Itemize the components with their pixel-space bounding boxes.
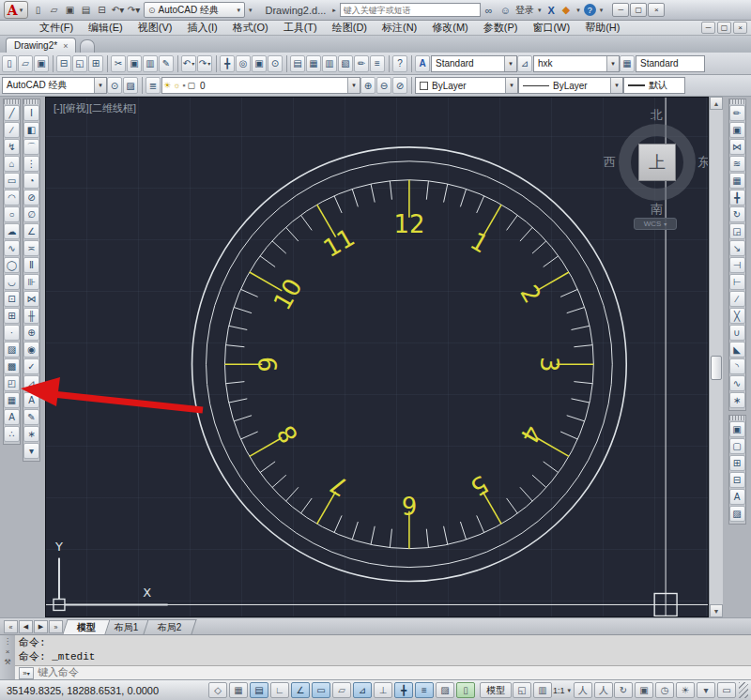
save-as-icon[interactable]: ▤: [78, 2, 94, 18]
dim-radius-icon[interactable]: ◔: [23, 173, 39, 189]
command-input[interactable]: [38, 667, 747, 678]
scroll-thumb[interactable]: [711, 356, 722, 380]
isolate-objects-icon[interactable]: ◷: [655, 682, 674, 698]
otrack-toggle[interactable]: ⊿: [353, 682, 372, 698]
break-icon[interactable]: ╳: [729, 308, 745, 324]
scroll-up-icon[interactable]: ▲: [710, 97, 723, 110]
lineweight-combo[interactable]: 默认: [623, 77, 685, 94]
text-style-icon[interactable]: A: [415, 55, 430, 72]
menu-item-8[interactable]: 修改(M): [424, 20, 476, 36]
save-icon[interactable]: ▣: [62, 2, 78, 18]
extend-icon[interactable]: ⊢: [729, 274, 745, 290]
doc-close-icon[interactable]: ×: [733, 22, 747, 34]
dim-style-combo[interactable]: hxk▾: [533, 55, 620, 72]
tray-menu-icon[interactable]: ▾: [697, 682, 715, 698]
paste-icon[interactable]: ▥: [143, 55, 158, 72]
plot-icon[interactable]: ⊟: [94, 2, 110, 18]
tab-prev-icon[interactable]: ◀: [19, 620, 33, 633]
text-style-combo[interactable]: Standard▾: [431, 55, 517, 72]
open-file-icon[interactable]: ▱: [46, 2, 62, 18]
workspace-save-icon[interactable]: ▨: [123, 77, 138, 94]
menu-item-11[interactable]: 帮助(H): [577, 20, 627, 36]
open-icon[interactable]: ▱: [18, 55, 33, 72]
dim-update-icon[interactable]: ∗: [23, 426, 39, 442]
layer-on-icon[interactable]: ☀: [163, 81, 171, 90]
dim-inspect-icon[interactable]: ✓: [23, 358, 39, 374]
spline-icon[interactable]: ∿: [4, 240, 20, 256]
annotation-scale-menu-icon[interactable]: ▾: [565, 687, 573, 694]
dyn-toggle[interactable]: ╋: [394, 682, 413, 698]
comm-menu-icon[interactable]: ▾: [575, 7, 582, 14]
cmd-close-icon[interactable]: ×: [6, 647, 10, 656]
save-icon[interactable]: ▣: [34, 55, 49, 72]
dim-style-icon[interactable]: ▾: [23, 443, 39, 459]
linetype-combo[interactable]: ByLayer▾: [518, 77, 623, 94]
polygon-icon[interactable]: ⌂: [4, 156, 20, 172]
command-suggest-icon[interactable]: »▾: [19, 667, 34, 679]
make-block-icon[interactable]: ⊞: [4, 308, 20, 324]
scale-icon[interactable]: ◲: [729, 223, 745, 239]
exchange-icon[interactable]: X: [544, 5, 557, 16]
layer-properties-icon[interactable]: ≣: [146, 77, 161, 94]
dim-edit-icon[interactable]: A: [23, 392, 39, 408]
explode-icon[interactable]: ∗: [729, 392, 745, 408]
restore-icon[interactable]: ▢: [630, 3, 647, 17]
command-window[interactable]: ⋮×⚒ 命令: 命令: _mtedit »▾: [0, 634, 751, 679]
lineweight-toggle[interactable]: ≡: [415, 682, 434, 698]
transparency-toggle[interactable]: ▨: [436, 682, 454, 698]
search-icon[interactable]: ∞: [483, 5, 496, 16]
tab-next-icon[interactable]: ▶: [34, 620, 48, 633]
insert-block-icon[interactable]: ⊡: [4, 291, 20, 307]
move-icon[interactable]: ╋: [729, 190, 745, 205]
layer-combo[interactable]: ☀☼▪▢ 0▾: [161, 77, 360, 94]
drawing-tab[interactable]: Drawing2* ×: [6, 38, 76, 53]
circle-icon[interactable]: ○: [4, 206, 20, 222]
quickcalc-icon[interactable]: ≡: [370, 55, 385, 72]
layer-previous-icon[interactable]: ⊖: [376, 77, 391, 94]
tab-first-icon[interactable]: «: [4, 620, 18, 633]
tolerance-icon[interactable]: ⊕: [23, 325, 39, 341]
qat-overflow-icon[interactable]: ▾: [247, 7, 254, 14]
drawing-canvas[interactable]: 121234567891011YX [-][俯视][二维线框] 北 西 东 南 …: [45, 97, 709, 617]
undo-icon[interactable]: ↶▾: [181, 55, 196, 72]
annotation-autoscale-icon[interactable]: 人: [594, 682, 613, 698]
gradient-icon[interactable]: ▩: [4, 358, 20, 374]
new-icon[interactable]: ▯: [2, 55, 17, 72]
menu-item-5[interactable]: 工具(T): [276, 20, 325, 36]
dim-style-icon[interactable]: ⊿: [517, 55, 532, 72]
viewcube-north-label[interactable]: 北: [651, 107, 663, 124]
new-file-icon[interactable]: ▯: [30, 2, 46, 18]
help-icon[interactable]: ?: [392, 55, 407, 72]
erase-icon[interactable]: ✏: [729, 105, 745, 121]
designcenter-icon[interactable]: ▦: [306, 55, 321, 72]
app-logo[interactable]: A▾: [4, 1, 28, 19]
chamfer-icon[interactable]: ◣: [729, 342, 745, 358]
dim-arc-length-icon[interactable]: ⌒: [23, 139, 39, 155]
new-tab-button[interactable]: [80, 39, 95, 53]
fillet-icon[interactable]: ◝: [729, 358, 745, 374]
menu-item-6[interactable]: 绘图(D): [325, 20, 375, 36]
annotation-scale-button[interactable]: 1:1: [553, 686, 565, 695]
copy-icon[interactable]: ▣: [127, 55, 142, 72]
viewport-controls-label[interactable]: [-][俯视][二维线框]: [54, 101, 136, 115]
make-object-layer-current-icon[interactable]: ⊕: [360, 77, 376, 94]
cmd-customize-icon[interactable]: ⚒: [4, 658, 10, 666]
dim-text-edit-icon[interactable]: ✎: [23, 409, 39, 425]
table-icon[interactable]: ▦: [4, 392, 20, 408]
send-under-icon[interactable]: ⊟: [729, 472, 745, 488]
signin-menu-icon[interactable]: ▾: [536, 7, 544, 14]
doc-minimize-icon[interactable]: ─: [701, 22, 715, 34]
plot-preview-icon[interactable]: ◱: [72, 55, 87, 72]
help-icon[interactable]: ?: [584, 4, 596, 16]
quick-properties-toggle[interactable]: ▯: [456, 682, 475, 698]
construction-line-icon[interactable]: ∕: [4, 122, 20, 138]
dim-break-icon[interactable]: ╫: [23, 308, 39, 324]
dim-linear-icon[interactable]: Ⅰ: [23, 105, 39, 121]
match-properties-icon[interactable]: ✎: [159, 55, 174, 72]
workspace-settings-icon[interactable]: ⊙: [107, 77, 122, 94]
arc-icon[interactable]: ◠: [4, 190, 20, 205]
doc-restore-icon[interactable]: ▢: [717, 22, 731, 34]
redo-icon[interactable]: ↷▾: [197, 55, 212, 72]
line-icon[interactable]: ╱: [4, 105, 20, 121]
dim-baseline-icon[interactable]: Ⅱ: [23, 257, 39, 273]
